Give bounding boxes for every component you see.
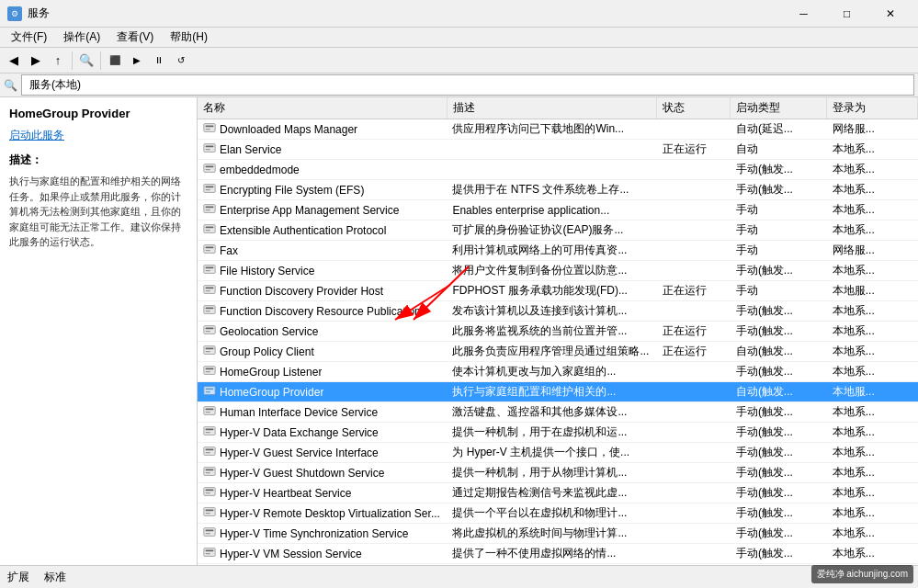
toolbar-forward[interactable]: ▶ [26,51,46,71]
close-button[interactable]: ✕ [869,5,911,23]
table-row[interactable]: Hyper-V Remote Desktop Virtualization Se… [198,503,918,524]
svg-rect-23 [206,270,210,271]
svg-rect-30 [204,326,215,334]
table-row[interactable]: Hyper-V Guest Service Interface 为 Hyper-… [198,443,918,463]
menu-view[interactable]: 查看(V) [109,28,161,47]
service-status [657,423,731,443]
service-desc: 此服务负责应用程序管理员通过组策略... [447,342,656,362]
service-startup: 手动(触发... [731,544,827,564]
start-service-link[interactable]: 启动此服务 [9,128,187,143]
col-startup[interactable]: 启动类型 [731,97,827,119]
col-desc[interactable]: 描述 [447,97,656,119]
table-row[interactable]: File History Service 将用户文件复制到备份位置以防意... … [198,261,918,281]
table-row[interactable]: Function Discovery Provider Host FDPHOST… [198,281,918,301]
service-icon [203,303,216,319]
table-row[interactable]: embeddedmode 手动(触发... 本地系... [198,160,918,180]
table-row[interactable]: Extensible Authentication Protocol 可扩展的身… [198,220,918,241]
service-login: 本地系... [827,180,918,200]
table-row[interactable]: Fax 利用计算机或网络上的可用传真资... 手动 网络服... [198,241,918,261]
toolbar-up[interactable]: ↑ [48,51,68,71]
menu-bar: 文件(F) 操作(A) 查看(V) 帮助(H) [0,28,918,48]
minimize-button[interactable]: ─ [783,5,824,23]
toolbar-restart[interactable]: ↺ [171,51,191,71]
service-name: Hyper-V Remote Desktop Virtualization Se… [220,507,440,520]
table-row[interactable]: Hyper-V VM Session Service 提供了一种不使用虚拟网络的… [198,544,918,564]
table-row[interactable]: Geolocation Service 此服务将监视系统的当前位置并管... 正… [198,322,918,342]
service-name: Extensible Authentication Protocol [220,224,386,237]
toolbar-stop[interactable]: ⬛ [105,51,125,71]
table-row[interactable]: Enterprise App Management Service Enable… [198,200,918,220]
menu-file[interactable]: 文件(F) [4,28,54,47]
svg-rect-61 [206,529,214,531]
service-startup: 手动 [731,200,827,220]
service-name: HomeGroup Provider [220,386,323,399]
service-name: Hyper-V VM Session Service [220,548,362,560]
svg-rect-62 [206,533,210,534]
service-description: 执行与家庭组的配置和维护相关的网络任务。如果停止或禁用此服务，你的计算机将无法检… [9,174,187,250]
table-row[interactable]: Function Discovery Resource Publication … [198,301,918,322]
toolbar-sep2 [100,51,101,70]
toolbar-search[interactable]: 🔍 [76,51,96,71]
table-row[interactable]: Hyper-V Data Exchange Service 提供一种机制，用于在… [198,423,918,443]
svg-rect-52 [206,469,214,470]
service-login: 本地系... [827,322,918,342]
service-desc: 通过定期报告检测信号来监视此虚... [447,483,656,503]
services-scroll[interactable]: 名称 描述 状态 启动类型 登录为 Downloaded Maps Manage… [198,97,918,565]
svg-rect-32 [206,331,210,332]
table-row[interactable]: HomeGroup Provider 执行与家庭组配置和维护相关的... 自动(… [198,382,918,402]
service-login: 本地系... [827,342,918,362]
svg-rect-39 [204,387,215,395]
table-row[interactable]: Elan Service 正在运行 自动 本地系... [198,140,918,160]
table-row[interactable]: Hyper-V Heartbeat Service 通过定期报告检测信号来监视此… [198,483,918,503]
svg-rect-31 [206,327,214,329]
svg-rect-54 [204,488,215,496]
table-row[interactable]: Encrypting File System (EFS) 提供用于在 NTFS … [198,180,918,200]
toolbar-play[interactable]: ▶ [127,51,147,71]
service-startup: 手动 [731,220,827,241]
service-name-cell: Group Policy Client [198,342,447,362]
menu-action[interactable]: 操作(A) [56,28,108,47]
service-desc: 提供用于在 NTFS 文件系统卷上存... [447,180,656,200]
service-startup: 手动(触发... [731,322,827,342]
table-row[interactable]: HomeGroup Listener 使本计算机更改与加入家庭组的... 手动(… [198,362,918,382]
service-login: 本地系... [827,524,918,544]
svg-rect-14 [206,209,210,210]
service-name-cell: Downloaded Maps Manager [198,119,447,140]
table-row[interactable]: Hyper-V Time Synchronization Service 将此虚… [198,524,918,544]
service-icon [203,445,216,460]
svg-rect-8 [206,169,210,170]
service-name: Hyper-V Guest Service Interface [220,447,379,459]
svg-rect-36 [204,367,215,375]
statusbar-expand[interactable]: 扩展 [7,570,29,585]
service-name-cell: File History Service [198,261,447,281]
address-label: 🔍 [4,79,17,92]
table-row[interactable]: Downloaded Maps Manager 供应用程序访问已下载地图的Win… [198,119,918,140]
col-login[interactable]: 登录为 [827,97,918,119]
service-desc: 提供一种机制，用于在虚拟机和运... [447,423,656,443]
service-name: embeddedmode [220,164,300,176]
svg-rect-11 [206,189,210,190]
toolbar-back[interactable]: ◀ [4,51,24,71]
table-row[interactable]: Hyper-V Guest Shutdown Service 提供一种机制，用于… [198,463,918,483]
menu-help[interactable]: 帮助(H) [163,28,215,47]
window-controls: ─ □ ✕ [783,5,911,23]
service-startup: 手动(触发... [731,503,827,524]
window-title: 服务 [28,6,50,21]
statusbar-standard[interactable]: 标准 [44,570,66,585]
service-desc: 发布该计算机以及连接到该计算机... [447,301,656,322]
service-login: 本地系... [827,544,918,564]
table-row[interactable]: Human Interface Device Service 激活键盘、遥控器和… [198,402,918,423]
service-login: 本地服... [827,281,918,301]
toolbar-pause[interactable]: ⏸ [149,51,169,71]
window: ⚙ 服务 ─ □ ✕ 文件(F) 操作(A) 查看(V) 帮助(H) ◀ ▶ ↑… [0,0,918,588]
service-startup: 手动(触发... [731,301,827,322]
table-row[interactable]: Group Policy Client 此服务负责应用程序管理员通过组策略...… [198,342,918,362]
service-startup: 自动(触发... [731,382,827,402]
svg-rect-51 [204,468,215,476]
col-status[interactable]: 状态 [657,97,731,119]
svg-rect-45 [204,427,215,435]
restore-button[interactable]: □ [826,5,867,23]
col-name[interactable]: 名称 [198,97,447,119]
service-desc: 供应用程序访问已下载地图的Win... [447,119,656,140]
table-row[interactable]: Hyper-V Volume Shadow Copy Requestor 协调使… [198,564,918,566]
